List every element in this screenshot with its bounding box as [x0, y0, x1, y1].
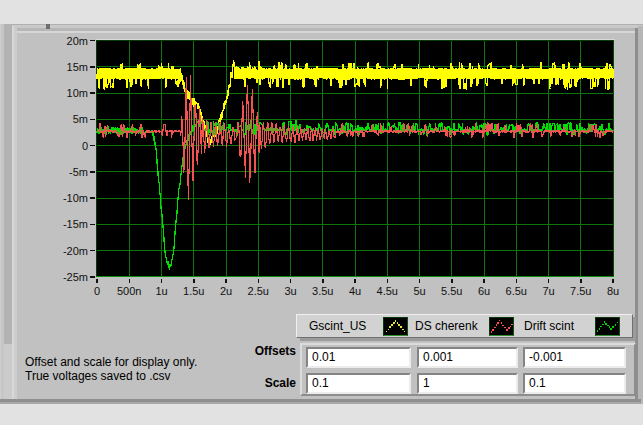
svg-text:5.5u: 5.5u: [441, 285, 462, 297]
svg-text:7.5u: 7.5u: [570, 285, 591, 297]
svg-text:3u: 3u: [284, 285, 296, 297]
svg-text:8u: 8u: [607, 285, 619, 297]
svg-text:6.5u: 6.5u: [506, 285, 527, 297]
svg-text:3.5u: 3.5u: [312, 285, 333, 297]
svg-text:5m: 5m: [73, 113, 88, 125]
svg-text:1.5u: 1.5u: [183, 285, 204, 297]
svg-text:4.5u: 4.5u: [377, 285, 398, 297]
svg-text:10m: 10m: [67, 87, 88, 99]
svg-text:6u: 6u: [478, 285, 490, 297]
svg-text:2.5u: 2.5u: [248, 285, 269, 297]
svg-text:-15m: -15m: [63, 218, 88, 230]
svg-text:7u: 7u: [542, 285, 554, 297]
svg-text:2u: 2u: [220, 285, 232, 297]
svg-text:-5m: -5m: [69, 166, 88, 178]
svg-text:4u: 4u: [349, 285, 361, 297]
svg-text:-25m: -25m: [63, 271, 88, 283]
svg-text:0: 0: [94, 285, 100, 297]
svg-text:0: 0: [82, 140, 88, 152]
svg-text:-20m: -20m: [63, 245, 88, 257]
svg-text:500n: 500n: [117, 285, 141, 297]
svg-text:20m: 20m: [67, 35, 88, 47]
svg-text:15m: 15m: [67, 61, 88, 73]
svg-text:1u: 1u: [155, 285, 167, 297]
svg-text:5u: 5u: [413, 285, 425, 297]
svg-text:-10m: -10m: [63, 192, 88, 204]
